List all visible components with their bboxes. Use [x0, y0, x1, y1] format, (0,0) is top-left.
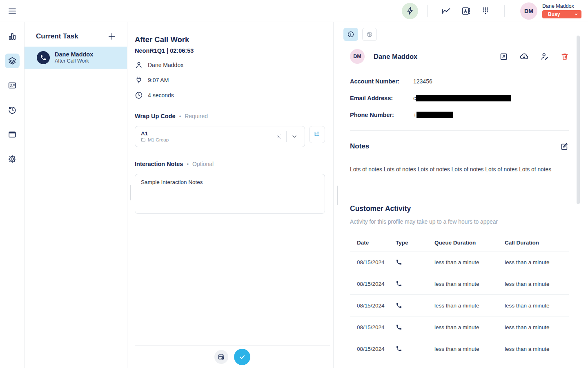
cloud-download-icon[interactable]: [519, 52, 529, 61]
dialpad-icon: [481, 7, 490, 16]
cell-call-duration: less than a minute: [505, 281, 569, 287]
sidebar-item-apps-window[interactable]: [5, 127, 20, 142]
sidebar-item-history[interactable]: [5, 103, 20, 117]
bar-chart-icon: [8, 32, 17, 41]
phone-call-icon: [396, 346, 434, 352]
wrap-up-required-label: Required: [185, 113, 208, 119]
phone-call-icon: [396, 280, 434, 287]
wrap-up-selected: A1 M1 Group: [141, 130, 273, 143]
wrap-up-tree-browse-button[interactable]: [309, 126, 325, 143]
tab-agent-assist[interactable]: [362, 28, 377, 41]
layers-icon: [8, 56, 17, 65]
profile-panel-scrollbar[interactable]: [577, 36, 580, 204]
wrap-up-selected-code: A1: [141, 130, 273, 137]
call-icon: [37, 51, 50, 64]
status-label: Busy: [548, 11, 560, 17]
hamburger-menu-icon[interactable]: [0, 6, 24, 16]
directory-button[interactable]: [461, 6, 471, 16]
info-icon: [347, 31, 354, 38]
history-icon: [8, 105, 17, 114]
folder-icon: [141, 137, 146, 142]
table-row[interactable]: 08/15/2024 less than a minute less than …: [350, 338, 569, 359]
connect-time: 9:07 AM: [148, 77, 169, 83]
line-chart-icon: [441, 6, 451, 16]
phone-call-icon: [396, 324, 434, 330]
phone-value-prefix: +: [413, 112, 416, 118]
tree-list-icon: [313, 131, 321, 138]
wrap-up-code-select[interactable]: A1 M1 Group: [135, 126, 305, 147]
cell-call-duration: less than a minute: [505, 259, 569, 265]
open-external-icon[interactable]: [499, 52, 508, 61]
col-date: Date: [350, 240, 396, 246]
main-panel-scrollbar[interactable]: [130, 185, 131, 200]
table-row[interactable]: 08/15/2024 less than a minute less than …: [350, 251, 569, 273]
user-block: Dane Maddox Busy: [542, 3, 581, 18]
edit-notes-icon[interactable]: [560, 142, 569, 151]
col-call-duration: Call Duration: [505, 240, 569, 246]
complete-wrap-up-button[interactable]: [234, 349, 250, 365]
email-redaction-bar: [416, 95, 511, 101]
panel-drag-handle[interactable]: [337, 186, 338, 205]
task-state-label: After Call Work: [55, 58, 93, 64]
chevron-down-icon[interactable]: [288, 133, 301, 140]
contact-meta-row: Dane Maddox: [135, 61, 325, 69]
sidebar-item-interactions[interactable]: [5, 54, 20, 68]
cell-date: 08/15/2024: [350, 303, 396, 309]
tab-profile-info[interactable]: [343, 28, 358, 41]
phone-call-icon: [396, 259, 434, 265]
plug-icon: [135, 76, 143, 84]
phone-label: Phone Number:: [350, 112, 413, 118]
task-list-item[interactable]: Dane Maddox After Call Work: [24, 47, 127, 69]
brain-icon: [366, 31, 373, 38]
edit-contact-icon[interactable]: [540, 52, 549, 61]
dialpad-button[interactable]: [480, 6, 491, 16]
profile-action-buttons: [499, 52, 569, 61]
topbar-divider: [427, 5, 428, 17]
interaction-notes-label-row: Interaction Notes • Optional: [135, 161, 325, 167]
cell-call-duration: less than a minute: [505, 346, 569, 352]
email-row: Email Address: c: [350, 90, 569, 106]
interactions-lightning-button[interactable]: [402, 3, 418, 19]
user-name: Dane Maddox: [542, 3, 581, 9]
table-row[interactable]: 08/15/2024 less than a minute less than …: [350, 273, 569, 294]
current-task-panel: Current Task Dane Maddox After Call Work: [24, 22, 127, 368]
cell-date: 08/15/2024: [350, 346, 396, 352]
phone-redaction-bar: [416, 112, 453, 118]
table-row[interactable]: 08/15/2024 less than a minute less than …: [350, 316, 569, 338]
sidebar-item-performance[interactable]: [5, 29, 20, 44]
notes-text: Lots of notes.Lots of notes Lots of note…: [350, 166, 569, 173]
account-number-value: 123456: [413, 78, 432, 85]
sidebar-item-settings[interactable]: [5, 152, 20, 166]
clear-selection-icon[interactable]: [273, 134, 285, 139]
delete-contact-icon[interactable]: [561, 52, 569, 61]
interaction-notes-input[interactable]: Sample Interaction Notes: [135, 174, 325, 214]
gear-icon: [8, 155, 17, 164]
account-number-row: Account Number: 123456: [350, 73, 569, 90]
cell-queue-duration: less than a minute: [434, 346, 505, 352]
profile-details: Account Number: 123456 Email Address: c …: [350, 73, 569, 123]
phone-row: Phone Number: +: [350, 106, 569, 123]
user-avatar[interactable]: DM: [520, 2, 537, 20]
task-contact-name: Dane Maddox: [55, 51, 93, 58]
customer-profile-panel: DM Dane Maddox: [333, 22, 588, 368]
checkmark-icon: [238, 353, 246, 361]
app-window: DM Dane Maddox Busy: [0, 0, 588, 368]
sidebar-item-contacts[interactable]: [5, 78, 20, 93]
cell-queue-duration: less than a minute: [434, 259, 505, 265]
cell-queue-duration: less than a minute: [434, 303, 505, 309]
phone-call-icon: [396, 302, 434, 309]
cell-call-duration: less than a minute: [505, 324, 569, 330]
profile-name: Dane Maddox: [374, 53, 417, 61]
performance-chart-button[interactable]: [441, 6, 452, 16]
add-task-button[interactable]: [107, 32, 116, 41]
status-dropdown[interactable]: Busy: [542, 10, 581, 18]
table-row[interactable]: 08/15/2024 less than a minute less than …: [350, 294, 569, 316]
activity-table: Date Type Queue Duration Call Duration 0…: [350, 234, 569, 359]
wrap-up-selected-group: M1 Group: [148, 137, 169, 143]
section-divider: [350, 130, 569, 131]
col-type: Type: [396, 240, 434, 246]
page-title: After Call Work: [135, 35, 325, 44]
cell-date: 08/15/2024: [350, 281, 396, 287]
schedule-callback-button[interactable]: [214, 350, 228, 364]
duration-row: 4 seconds: [135, 91, 325, 99]
